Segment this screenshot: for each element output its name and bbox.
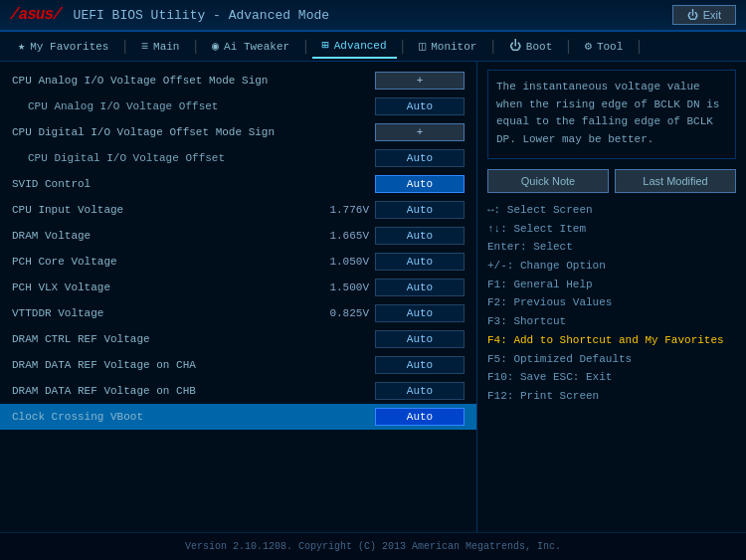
right-panel: The instantaneous voltage value when the…	[477, 62, 746, 532]
last-modified-button[interactable]: Last Modified	[615, 169, 736, 193]
setting-name-dram-ctrl-ref: DRAM CTRL REF Voltage	[12, 333, 375, 345]
setting-row-cpu-analog-offset-mode[interactable]: CPU Analog I/O Voltage Offset Mode Sign+	[0, 68, 476, 93]
star-icon: ★	[18, 39, 25, 54]
footer-text: Version 2.10.1208. Copyright (C) 2013 Am…	[185, 541, 561, 552]
setting-value-dram-data-chb[interactable]: Auto	[375, 382, 465, 400]
setting-row-cpu-analog-offset[interactable]: CPU Analog I/O Voltage OffsetAuto	[0, 93, 476, 119]
help-line: F2: Previous Values	[487, 293, 736, 312]
setting-name-svid-control: SVID Control	[12, 178, 375, 190]
setting-row-cpu-digital-offset[interactable]: CPU Digital I/O Voltage OffsetAuto	[0, 145, 476, 171]
asus-logo: /asus/	[10, 6, 62, 24]
setting-name-cpu-input-voltage: CPU Input Voltage	[12, 204, 299, 216]
header-title: UEFI BIOS Utility - Advanced Mode	[74, 8, 329, 23]
setting-value-cpu-digital-offset[interactable]: Auto	[375, 149, 465, 167]
nav-favorites[interactable]: ★ My Favorites	[8, 35, 118, 58]
nav-sep-3: |	[301, 39, 309, 55]
setting-current-cpu-input-voltage: 1.776V	[299, 204, 369, 216]
setting-name-vttddr-voltage: VTTDDR Voltage	[12, 307, 299, 319]
setting-current-dram-voltage: 1.665V	[299, 230, 369, 242]
help-line: F10: Save ESC: Exit	[487, 368, 736, 387]
setting-row-pch-vlx-voltage[interactable]: PCH VLX Voltage1.500VAuto	[0, 275, 476, 300]
setting-row-pch-core-voltage[interactable]: PCH Core Voltage1.050VAuto	[0, 249, 476, 275]
setting-row-cpu-input-voltage[interactable]: CPU Input Voltage1.776VAuto	[0, 197, 476, 223]
monitor-icon: ◫	[419, 39, 426, 54]
help-line: F3: Shortcut	[487, 312, 736, 331]
nav-ai-tweaker[interactable]: ◉ Ai Tweaker	[202, 35, 299, 58]
setting-row-dram-voltage[interactable]: DRAM Voltage1.665VAuto	[0, 223, 476, 249]
setting-name-dram-data-cha: DRAM DATA REF Voltage on CHA	[12, 359, 375, 371]
tool-icon: ⚙	[585, 39, 592, 54]
help-line: ↑↓: Select Item	[487, 220, 736, 239]
nav-sep-5: |	[488, 39, 496, 55]
setting-name-dram-data-chb: DRAM DATA REF Voltage on CHB	[12, 385, 375, 397]
header: /asus/ UEFI BIOS Utility - Advanced Mode…	[0, 0, 746, 32]
tweaker-icon: ◉	[212, 39, 219, 54]
list-icon: ≡	[141, 40, 148, 54]
setting-value-dram-ctrl-ref[interactable]: Auto	[375, 330, 465, 348]
setting-value-dram-voltage[interactable]: Auto	[375, 227, 465, 245]
help-line: F5: Optimized Defaults	[487, 350, 736, 369]
setting-value-cpu-analog-offset-mode[interactable]: +	[375, 72, 465, 90]
info-box: The instantaneous voltage value when the…	[487, 70, 736, 159]
nav-boot[interactable]: ⏻ Boot	[499, 35, 562, 58]
main-content: CPU Analog I/O Voltage Offset Mode Sign+…	[0, 62, 746, 532]
nav-sep-6: |	[564, 39, 572, 55]
quick-note-button[interactable]: Quick Note	[487, 169, 609, 193]
nav-monitor[interactable]: ◫ Monitor	[409, 35, 486, 58]
setting-value-clock-crossing-vboot[interactable]: Auto	[375, 408, 465, 426]
setting-row-dram-ctrl-ref[interactable]: DRAM CTRL REF VoltageAuto	[0, 326, 476, 352]
nav-sep-7: |	[635, 39, 643, 55]
footer: Version 2.10.1208. Copyright (C) 2013 Am…	[0, 532, 746, 560]
setting-name-cpu-analog-offset-mode: CPU Analog I/O Voltage Offset Mode Sign	[12, 75, 375, 87]
setting-name-dram-voltage: DRAM Voltage	[12, 230, 299, 242]
nav-tool[interactable]: ⚙ Tool	[575, 35, 634, 58]
action-buttons: Quick Note Last Modified	[487, 169, 736, 193]
setting-row-cpu-digital-offset-mode[interactable]: CPU Digital I/O Voltage Offset Mode Sign…	[0, 119, 476, 145]
setting-value-cpu-analog-offset[interactable]: Auto	[375, 97, 465, 115]
help-line: F4: Add to Shortcut and My Favorites	[487, 331, 736, 350]
nav-advanced[interactable]: ⊞ Advanced	[312, 34, 397, 59]
setting-name-pch-vlx-voltage: PCH VLX Voltage	[12, 281, 299, 293]
help-text: ↔: Select Screen↑↓: Select ItemEnter: Se…	[487, 201, 736, 406]
setting-value-svid-control[interactable]: Auto	[375, 175, 465, 193]
power-icon: ⏻	[687, 9, 698, 21]
nav-sep-2: |	[191, 39, 199, 55]
help-line: F1: General Help	[487, 276, 736, 294]
setting-name-clock-crossing-vboot: Clock Crossing VBoot	[12, 411, 375, 423]
nav-sep-1: |	[120, 39, 128, 55]
exit-button[interactable]: ⏻ Exit	[672, 5, 736, 25]
navbar: ★ My Favorites | ≡ Main | ◉ Ai Tweaker |…	[0, 32, 746, 62]
setting-value-cpu-input-voltage[interactable]: Auto	[375, 201, 465, 219]
setting-row-dram-data-chb[interactable]: DRAM DATA REF Voltage on CHBAuto	[0, 378, 476, 404]
help-line: ↔: Select Screen	[487, 201, 736, 220]
setting-name-cpu-digital-offset: CPU Digital I/O Voltage Offset	[12, 152, 375, 164]
help-line: Enter: Select	[487, 238, 736, 257]
setting-value-pch-vlx-voltage[interactable]: Auto	[375, 279, 465, 296]
nav-main[interactable]: ≡ Main	[131, 36, 190, 58]
advanced-icon: ⊞	[322, 38, 329, 53]
setting-row-svid-control[interactable]: SVID ControlAuto	[0, 171, 476, 197]
setting-name-pch-core-voltage: PCH Core Voltage	[12, 256, 299, 268]
setting-row-dram-data-cha[interactable]: DRAM DATA REF Voltage on CHAAuto	[0, 352, 476, 378]
setting-current-pch-vlx-voltage: 1.500V	[299, 281, 369, 293]
nav-sep-4: |	[399, 39, 407, 55]
setting-value-dram-data-cha[interactable]: Auto	[375, 356, 465, 374]
setting-current-vttddr-voltage: 0.825V	[299, 307, 369, 319]
help-line: +/-: Change Option	[487, 257, 736, 276]
setting-name-cpu-digital-offset-mode: CPU Digital I/O Voltage Offset Mode Sign	[12, 126, 375, 138]
settings-panel: CPU Analog I/O Voltage Offset Mode Sign+…	[0, 62, 477, 532]
setting-value-vttddr-voltage[interactable]: Auto	[375, 304, 465, 322]
setting-name-cpu-analog-offset: CPU Analog I/O Voltage Offset	[12, 100, 375, 112]
header-left: /asus/ UEFI BIOS Utility - Advanced Mode	[10, 6, 329, 24]
setting-row-vttddr-voltage[interactable]: VTTDDR Voltage0.825VAuto	[0, 300, 476, 326]
setting-value-pch-core-voltage[interactable]: Auto	[375, 253, 465, 271]
setting-value-cpu-digital-offset-mode[interactable]: +	[375, 123, 465, 141]
help-line: F12: Print Screen	[487, 387, 736, 406]
info-text: The instantaneous voltage value when the…	[496, 81, 719, 145]
setting-row-clock-crossing-vboot[interactable]: Clock Crossing VBootAuto	[0, 404, 476, 430]
boot-icon: ⏻	[509, 39, 521, 54]
setting-current-pch-core-voltage: 1.050V	[299, 256, 369, 268]
